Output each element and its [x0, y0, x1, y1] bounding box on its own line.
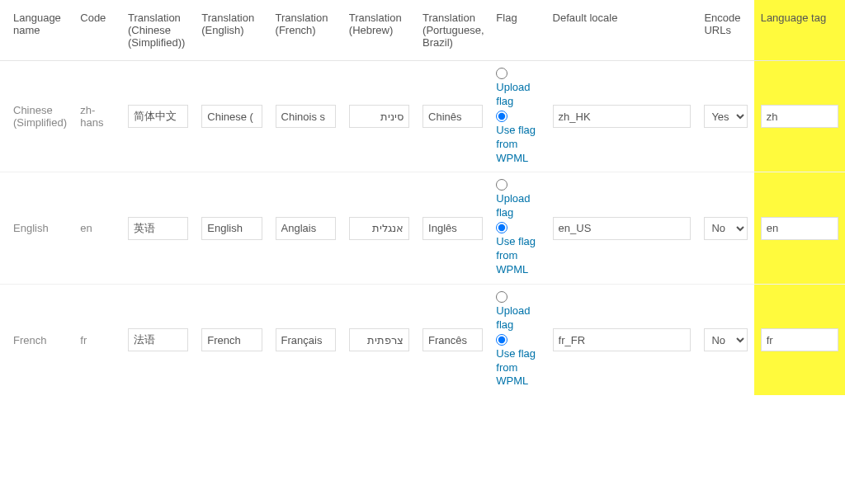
trans-he-input[interactable] — [349, 328, 409, 351]
language-tag-input[interactable] — [761, 328, 838, 351]
table-header-row: Language name Code Translation (Chinese … — [0, 0, 845, 61]
trans-pt-input[interactable] — [422, 105, 483, 128]
language-tag-input[interactable] — [761, 217, 838, 240]
flag-wpml-label[interactable]: Use flag from WPML — [496, 235, 539, 277]
default-locale-input[interactable] — [553, 217, 692, 240]
default-locale-input[interactable] — [553, 105, 692, 128]
trans-he-input[interactable] — [349, 105, 409, 128]
trans-zh-input[interactable] — [128, 105, 188, 128]
trans-zh-input[interactable] — [128, 217, 188, 240]
flag-wpml-label[interactable]: Use flag from WPML — [496, 347, 539, 389]
header-flag: Flag — [489, 0, 545, 61]
cell-code: en — [73, 172, 121, 284]
trans-fr-input[interactable] — [276, 328, 336, 351]
flag-wpml-label[interactable]: Use flag from WPML — [496, 124, 539, 166]
header-language-tag: Language tag — [754, 0, 845, 61]
encode-urls-select[interactable]: YesNo — [704, 328, 747, 351]
trans-fr-input[interactable] — [276, 217, 336, 240]
trans-fr-input[interactable] — [276, 105, 336, 128]
cell-flag: Upload flagUse flag from WPML — [489, 284, 545, 395]
encode-urls-select[interactable]: YesNo — [704, 105, 747, 128]
trans-en-input[interactable] — [201, 217, 262, 240]
header-trans-pt: Translation (Portuguese, Brazil) — [416, 0, 489, 61]
languages-table: Language name Code Translation (Chinese … — [0, 0, 845, 395]
header-code: Code — [73, 0, 121, 61]
flag-upload-radio[interactable] — [496, 291, 507, 303]
cell-language-name: English — [0, 172, 73, 284]
flag-upload-radio[interactable] — [496, 68, 507, 79]
trans-en-input[interactable] — [201, 328, 262, 351]
flag-wpml-radio[interactable] — [496, 111, 507, 122]
header-trans-zh: Translation (Chinese (Simplified)) — [121, 0, 195, 61]
table-row: Chinese (Simplified)zh-hansUpload flagUs… — [0, 61, 845, 172]
cell-flag: Upload flagUse flag from WPML — [489, 61, 545, 172]
trans-he-input[interactable] — [349, 217, 409, 240]
cell-language-name: French — [0, 284, 73, 395]
cell-language-name: Chinese (Simplified) — [0, 61, 73, 172]
encode-urls-select[interactable]: YesNo — [704, 217, 747, 240]
flag-upload-radio[interactable] — [496, 179, 507, 191]
flag-upload-label[interactable]: Upload flag — [496, 81, 539, 109]
header-trans-he: Translation (Hebrew) — [342, 0, 416, 61]
trans-en-input[interactable] — [201, 105, 262, 128]
header-language-name: Language name — [0, 0, 73, 61]
cell-flag: Upload flagUse flag from WPML — [489, 172, 545, 284]
flag-wpml-radio[interactable] — [496, 334, 507, 346]
language-tag-input[interactable] — [761, 105, 838, 128]
flag-upload-label[interactable]: Upload flag — [496, 304, 539, 332]
header-default-locale: Default locale — [546, 0, 698, 61]
flag-upload-label[interactable]: Upload flag — [496, 192, 539, 220]
header-trans-en: Translation (English) — [195, 0, 268, 61]
default-locale-input[interactable] — [553, 328, 692, 351]
header-encode-urls: Encode URLs — [697, 0, 753, 61]
table-row: EnglishenUpload flagUse flag from WPMLYe… — [0, 172, 845, 284]
header-trans-fr: Translation (French) — [269, 0, 342, 61]
cell-code: zh-hans — [73, 61, 121, 172]
cell-code: fr — [73, 284, 121, 395]
trans-zh-input[interactable] — [128, 328, 188, 351]
table-row: FrenchfrUpload flagUse flag from WPMLYes… — [0, 284, 845, 395]
trans-pt-input[interactable] — [422, 217, 483, 240]
flag-wpml-radio[interactable] — [496, 222, 507, 233]
trans-pt-input[interactable] — [422, 328, 483, 351]
